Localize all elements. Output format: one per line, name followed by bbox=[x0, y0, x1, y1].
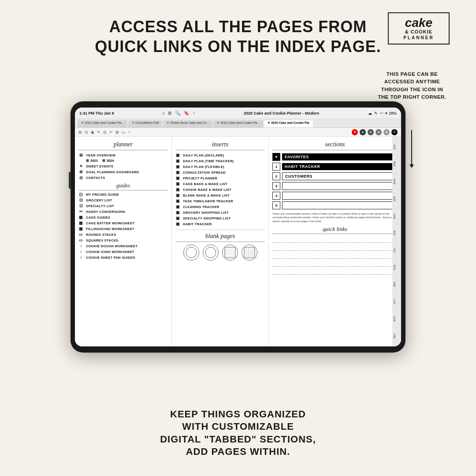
insert-cake-bake[interactable]: ▣CAKE BAKE & MAKE LIST bbox=[175, 182, 265, 186]
side-tab-aug[interactable]: AUG bbox=[393, 264, 400, 270]
pricing-label: MY PRICING GUIDE bbox=[86, 193, 119, 197]
more-icon[interactable]: ··· bbox=[380, 111, 383, 115]
insert-consultation[interactable]: ▣CONSULTATION SPREAD bbox=[175, 170, 265, 175]
edit-icon[interactable]: ✎ bbox=[374, 111, 378, 115]
section-label-favorites[interactable]: FAVORITES bbox=[282, 153, 398, 160]
planner-item-sweet-events[interactable]: ✦ SWEET EVENTS bbox=[78, 164, 168, 168]
insert-project[interactable]: ▣PROJECT PLANNER bbox=[175, 176, 265, 180]
pricing-icon: ◫ bbox=[78, 192, 84, 197]
quick-link-4[interactable] bbox=[272, 260, 398, 267]
grocery-icon: ⊡ bbox=[78, 198, 84, 202]
task-time-label: TASK TIME/LABOR TRACKER bbox=[183, 199, 233, 203]
side-tab-jul[interactable]: JUL bbox=[393, 248, 400, 253]
side-tab-nov[interactable]: NOV bbox=[393, 316, 400, 321]
dot-black-2[interactable]: ● bbox=[368, 129, 374, 135]
blank-page-circle-1[interactable] bbox=[183, 245, 199, 260]
tablet-topbar: 1:41 PM Thu Jan 9 ‹ ⊞ 🔍 🔖 ↑ 2020 Cake an… bbox=[75, 108, 401, 119]
goal-label: GOAL PLANNING DASHBOARD bbox=[86, 170, 139, 174]
insert-specialty-shop[interactable]: ▣SPECIALTY SHOPPING LIST bbox=[175, 216, 265, 220]
section-label-4[interactable] bbox=[282, 192, 398, 200]
guide-rounds[interactable]: ▭ROUNDS STACKS bbox=[78, 232, 168, 237]
insert-daily-declare[interactable]: ▣DAILY PLAN (DECLARE) bbox=[175, 153, 265, 157]
planner-item-year-overview[interactable]: ⊞ YEAR OVERVIEW bbox=[78, 153, 168, 157]
blank-page-lines-1[interactable] bbox=[222, 245, 238, 260]
section-label-5[interactable] bbox=[282, 201, 398, 209]
quick-link-2[interactable] bbox=[272, 245, 398, 251]
year-2024[interactable]: ⊞ 2024 bbox=[102, 159, 114, 163]
cookie-bake-label: COOKIE BAKE & MAKE LIST bbox=[183, 188, 231, 192]
tab-4[interactable]: ✕ 2020 Cake and Cookie Pla... bbox=[213, 120, 263, 127]
grid-icon[interactable]: ⊞ bbox=[168, 111, 171, 115]
guide-specialty[interactable]: ⊡SPECIALTY LIST bbox=[78, 204, 168, 208]
tab-5-active[interactable]: ✕ 2020 Cake and Cookie Pla bbox=[264, 120, 312, 127]
blank-page-circle-2[interactable] bbox=[203, 245, 219, 260]
quick-link-3[interactable] bbox=[272, 253, 398, 259]
insert-blank-bake[interactable]: ▣BLANK BAKE & MAKE LIST bbox=[175, 193, 265, 197]
section-label-habit[interactable]: HABIT TRACKER bbox=[282, 163, 398, 170]
insert-cookie-bake[interactable]: ▣COOKIE BAKE & MAKE LIST bbox=[175, 187, 265, 192]
insert-cleaning[interactable]: ▣CLEANING TRACKER bbox=[175, 205, 265, 209]
tab-3[interactable]: ✕ Sticker Book Cake and Co... bbox=[163, 120, 212, 127]
dot-black-1[interactable]: ● bbox=[360, 129, 366, 135]
guide-icing[interactable]: ▦FILLING/ICING WORKSHEET bbox=[78, 227, 168, 231]
section-label-customers[interactable]: CUSTOMERS bbox=[282, 172, 398, 180]
planner-item-goal[interactable]: ✿ GOAL PLANNING DASHBOARD bbox=[78, 170, 168, 174]
insert-task-time[interactable]: ▣TASK TIME/LABOR TRACKER bbox=[175, 199, 265, 203]
quick-link-1[interactable] bbox=[272, 237, 398, 243]
side-tab-dec[interactable]: DEC bbox=[393, 333, 400, 338]
insert-habit[interactable]: ▣HABIT TRACKER bbox=[175, 222, 265, 226]
guide-cookie-icing[interactable]: ○COOKIE ICING WORKSHEET bbox=[78, 249, 168, 254]
insert-grocery-shop[interactable]: ▣GROCERY SHOPPING LIST bbox=[175, 210, 265, 215]
guide-cookie-dough[interactable]: ○COOKIE DOUGH WORKSHEET bbox=[78, 244, 168, 248]
daily-time-icon: ▣ bbox=[175, 159, 181, 163]
quick-link-5[interactable] bbox=[272, 268, 398, 275]
side-tab-may[interactable]: MAY bbox=[393, 213, 400, 219]
specialty-label: SPECIALTY LIST bbox=[86, 204, 114, 208]
side-tab-feb[interactable]: FEB bbox=[393, 161, 400, 167]
sections-title: sections bbox=[272, 141, 398, 150]
guide-sheet-pan[interactable]: ○COOKIE SHEET PAN GUIDES bbox=[78, 255, 168, 260]
side-tab-mar[interactable]: MAR bbox=[393, 178, 400, 184]
insert-daily-flex[interactable]: ▣DAILY PLAN (FLEXIBLE) bbox=[175, 164, 265, 169]
icing-label: FILLING/ICING WORKSHEET bbox=[86, 227, 134, 231]
guide-cake-guides[interactable]: ▦CAKE GUIDES bbox=[78, 215, 168, 219]
planner-item-contacts[interactable]: ◎ CONTACTS bbox=[78, 175, 168, 180]
guide-squares[interactable]: ▭SQUARES STACKS bbox=[78, 238, 168, 242]
blank-pages-section: blank pages bbox=[175, 230, 265, 260]
side-tab-oct[interactable]: OCT bbox=[393, 299, 400, 304]
guide-grocery[interactable]: ⊡GROCERY LIST bbox=[78, 198, 168, 202]
toolbar-icon-3: ◉ bbox=[91, 130, 94, 134]
guide-pricing[interactable]: ◫MY PRICING GUIDE bbox=[78, 192, 168, 197]
side-tab-apr[interactable]: APR bbox=[393, 196, 400, 201]
guide-conversions[interactable]: ✂HANDY CONVERSIONS bbox=[78, 209, 168, 214]
side-tab-sep[interactable]: SEP bbox=[393, 282, 400, 287]
dot-black-3[interactable]: ● bbox=[376, 129, 382, 135]
tab-1[interactable]: ✕ 2020 Cake and Cookie Pla... bbox=[78, 120, 127, 127]
tab-2[interactable]: ✕ Consultation Pad bbox=[128, 120, 162, 127]
section-label-3[interactable] bbox=[282, 182, 398, 190]
cookie-icing-icon: ○ bbox=[78, 249, 84, 254]
bookmark-icon[interactable]: 🔖 bbox=[184, 111, 189, 115]
bottom-line2: WITH CUSTOMIZABLE bbox=[160, 420, 316, 433]
bottom-line4: ADD PAGES WITHIN. bbox=[160, 446, 316, 458]
insert-daily-time[interactable]: ▣DAILY PLAN (TIME TRACKER) bbox=[175, 159, 265, 163]
cake-guides-icon: ▦ bbox=[78, 215, 84, 219]
right-note: THIS PAGE CAN BEACCESSED ANYTIMETHROUGH … bbox=[372, 71, 452, 101]
section-num-1: 1 bbox=[272, 163, 280, 171]
dot-red[interactable]: ♥ bbox=[352, 129, 358, 135]
blank-page-grid-1[interactable] bbox=[242, 245, 257, 260]
cookie-dough-icon: ○ bbox=[78, 244, 84, 248]
side-tab-jan[interactable]: JAN bbox=[393, 145, 400, 150]
cake-bake-label: CAKE BAKE & MAKE LIST bbox=[183, 182, 227, 186]
search-icon[interactable]: 🔍 bbox=[175, 111, 180, 115]
year-2023[interactable]: ⊞ 2023 bbox=[86, 159, 98, 163]
dot-black-4[interactable]: ● bbox=[383, 129, 390, 135]
dot-menu[interactable]: ≡ bbox=[391, 129, 398, 135]
toolbar-icon-5: ⊟ bbox=[103, 130, 107, 134]
back-icon[interactable]: ‹ bbox=[163, 110, 164, 116]
guide-batter[interactable]: ▦CAKE BATTER WORKSHEET bbox=[78, 221, 168, 225]
share-icon[interactable]: ↑ bbox=[193, 111, 195, 115]
cloud-icon[interactable]: ☁ bbox=[368, 111, 372, 115]
tablet-screen: 1:41 PM Thu Jan 9 ‹ ⊞ 🔍 🔖 ↑ 2020 Cake an… bbox=[75, 108, 401, 346]
side-tab-jun[interactable]: JUN bbox=[393, 231, 400, 236]
